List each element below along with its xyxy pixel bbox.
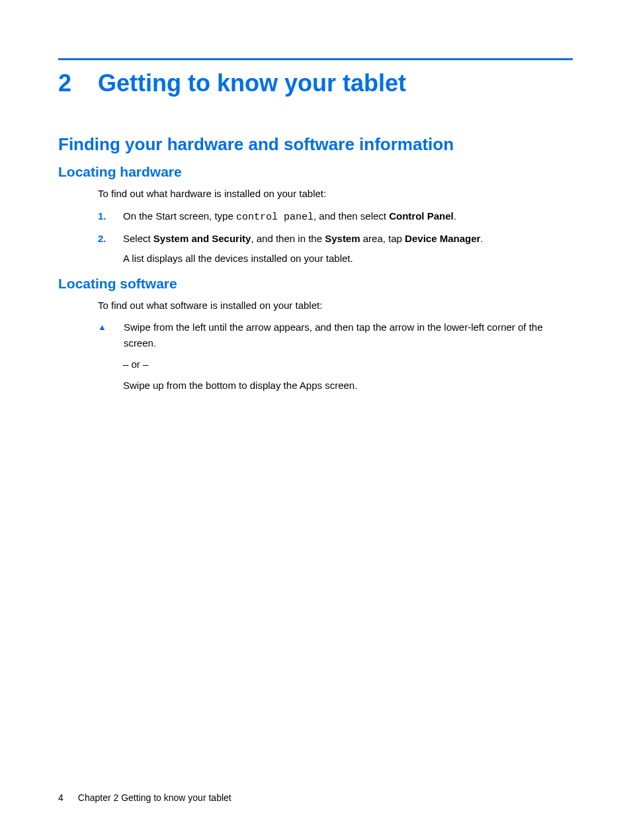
hardware-step-1: 1. On the Start screen, type control pan… <box>98 208 573 226</box>
page-footer: 4 Chapter 2 Getting to know your tablet <box>58 792 573 803</box>
software-alt: Swipe up from the bottom to display the … <box>123 378 573 394</box>
text: area, tap <box>360 233 405 244</box>
text: , and then in the <box>251 233 325 244</box>
step-followup: A list displays all the devices installe… <box>123 251 573 267</box>
triangle-up-icon: ▲ <box>98 321 106 351</box>
text: Select <box>123 233 153 244</box>
step-number: 2. <box>98 231 110 267</box>
footer-chapter-label: Chapter 2 Getting to know your tablet <box>78 792 231 803</box>
bold-text: System <box>325 233 360 244</box>
step-content: Select System and Security, and then in … <box>123 231 573 267</box>
code-text: control panel <box>236 212 314 223</box>
chapter-rule <box>58 58 573 60</box>
subsection-title-locating-hardware: Locating hardware <box>58 164 573 180</box>
text: On the Start screen, type <box>123 210 236 222</box>
page-number: 4 <box>58 792 63 803</box>
text: , and then select <box>314 210 389 222</box>
bold-text: Control Panel <box>389 210 454 222</box>
section-title-finding-info: Finding your hardware and software infor… <box>58 134 573 155</box>
hardware-intro: To find out what hardware is installed o… <box>98 187 573 202</box>
step-number: 1. <box>98 208 110 226</box>
document-page: 2 Getting to know your tablet Finding yo… <box>0 0 631 840</box>
step-content: On the Start screen, type control panel,… <box>123 208 573 226</box>
hardware-step-2: 2. Select System and Security, and then … <box>98 231 573 267</box>
software-bullet-1: ▲ Swipe from the left until the arrow ap… <box>98 319 573 351</box>
text: . <box>454 210 456 222</box>
chapter-number: 2 <box>58 69 71 97</box>
text: . <box>480 233 483 244</box>
bullet-content: Swipe from the left until the arrow appe… <box>124 319 573 351</box>
subsection-title-locating-software: Locating software <box>58 276 573 292</box>
chapter-title: Getting to know your tablet <box>98 69 406 97</box>
bold-text: Device Manager <box>405 233 480 244</box>
software-intro: To find out what software is installed o… <box>98 298 573 314</box>
chapter-heading: 2 Getting to know your tablet <box>58 69 573 97</box>
bold-text: System and Security <box>153 233 251 244</box>
or-separator: – or – <box>123 357 573 372</box>
